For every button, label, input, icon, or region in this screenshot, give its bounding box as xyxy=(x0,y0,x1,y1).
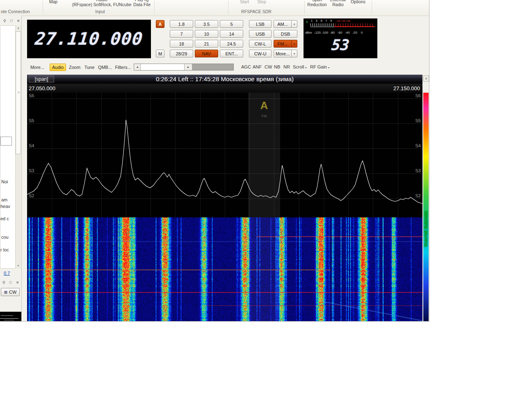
maximize-icon[interactable]: □ xyxy=(10,19,12,23)
ribbon-separator xyxy=(43,1,43,14)
side-panel-text: am xyxy=(1,197,15,202)
toolbar-zoom-button[interactable]: Zoom xyxy=(67,64,82,71)
mode-more-button[interactable]: More... ▾ xyxy=(274,50,297,57)
ribbon-span-reduction-button[interactable]: Span Reduction xyxy=(306,0,328,7)
band-24-5-button[interactable]: 24.5 xyxy=(220,40,243,48)
grip-icon: ≡ xyxy=(16,91,21,94)
mode-cw-l-button[interactable]: CW-L xyxy=(249,40,272,48)
maximize-icon[interactable]: □ xyxy=(9,281,11,285)
ribbon-separator xyxy=(304,1,305,14)
pin-icon[interactable]: ⚲ xyxy=(3,19,6,23)
side-panel-link[interactable]: 0.7 xyxy=(4,271,15,276)
mode-am-button[interactable]: AM... ▾ xyxy=(274,20,297,28)
toolbar-agc-button[interactable]: AGC xyxy=(241,64,251,69)
mini-waterfall-line xyxy=(0,318,18,319)
ribbon-stop-button[interactable]: Stop xyxy=(254,0,269,4)
s-meter-ticks-white xyxy=(310,23,333,26)
toolbar-tune-button[interactable]: Tune xyxy=(83,64,96,71)
band-5-button[interactable]: 5 xyxy=(220,20,243,28)
spectrum-header: [span] 0:26:24 Left :: 17:45:28 Московск… xyxy=(27,75,422,84)
spectrum-plot[interactable]: A FM S6 S5 S4 S3 S2 S6 S5 S4 S3 S2 xyxy=(27,93,422,217)
frequency-scale[interactable]: 27.050.000 27.150.000 xyxy=(27,84,422,93)
side-panel-text: ed c xyxy=(0,216,15,221)
s-label-right: S3 xyxy=(415,168,421,173)
mode-fm-button[interactable]: FM... ▾ xyxy=(274,40,297,48)
tuned-channel-overlay-waterfall xyxy=(248,217,280,321)
scrollbar-thumb[interactable]: ► xyxy=(184,64,192,70)
dropdown-arrow-icon[interactable]: ▾ xyxy=(291,50,297,57)
ribbon-group-remote-connection: ote Connection xyxy=(1,9,42,14)
waterfall-canvas[interactable] xyxy=(27,217,422,321)
band-ent-button[interactable]: ENT... xyxy=(220,50,243,57)
mode-usb-button[interactable]: USB xyxy=(249,30,272,38)
toolbar-more-button[interactable]: More... xyxy=(27,64,48,71)
vfo-a-button[interactable]: A xyxy=(156,20,164,28)
band-21-button[interactable]: 21 xyxy=(195,40,218,48)
memory-button[interactable]: M xyxy=(156,50,164,57)
s-meter-baseline-white xyxy=(310,27,334,27)
spectrum-header-title: 0:26:24 Left :: 17:45:28 Московское врем… xyxy=(27,75,422,82)
s-label-left: S4 xyxy=(29,143,34,148)
ribbon-start-button[interactable]: Start xyxy=(237,0,252,4)
scrollbar-left-arrow[interactable]: ◄ xyxy=(134,64,141,70)
mini-waterfall-line xyxy=(1,315,13,316)
toolbar-nr-button[interactable]: NR xyxy=(283,64,290,69)
mode-cw-u-button[interactable]: CW-U xyxy=(249,50,272,57)
toolbar-scroll-button[interactable]: Scroll ▾ xyxy=(293,64,307,69)
freq-scale-left: 27.050.000 xyxy=(29,85,55,91)
dropdown-arrow-icon: ▾ xyxy=(328,66,329,69)
s-label-left: S6 xyxy=(29,93,34,98)
side-panel-body: Noi am heav ed c cou r loc 0.7 xyxy=(0,25,16,269)
band-nav-button[interactable]: NAV xyxy=(195,50,218,57)
side-panel-field[interactable] xyxy=(0,137,12,146)
ribbon-external-radio-button[interactable]: External Radio xyxy=(328,0,348,7)
band-7-button[interactable]: 7 xyxy=(170,30,193,38)
toolbar-filters-button[interactable]: Filters... xyxy=(114,64,132,71)
mode-dsb-button[interactable]: DSB xyxy=(274,30,297,38)
band-18-button[interactable]: 18 xyxy=(170,40,193,48)
scrollbar-track-right[interactable] xyxy=(192,64,233,70)
scrollbar-thumb-vertical[interactable]: ≡ xyxy=(16,31,21,154)
band-28-29-button[interactable]: 28/29 xyxy=(170,50,193,57)
toolbar-nb-button[interactable]: NB xyxy=(274,64,280,69)
s-label-right: S5 xyxy=(415,118,421,123)
ribbon-group-rfspace-sdr: RFSPACE SDR xyxy=(221,9,291,14)
close-icon[interactable]: ✕ xyxy=(17,19,20,23)
s-meter-dbm-scale: -120 -100 -80 -60 -40 -20 0 xyxy=(314,31,363,34)
ribbon-map-button[interactable]: Map xyxy=(45,0,62,4)
toolbar-rf-gain-button[interactable]: RF Gain ▾ xyxy=(310,64,329,69)
dropdown-arrow-icon[interactable]: ▾ xyxy=(291,21,297,27)
waterfall-area[interactable] xyxy=(27,217,422,321)
band-1-8-button[interactable]: 1.8 xyxy=(170,20,193,28)
collapse-panel-button[interactable]: ∨ xyxy=(423,75,429,82)
ribbon-options-button[interactable]: Options xyxy=(349,0,368,4)
mode-lsb-button[interactable]: LSB xyxy=(249,20,272,28)
s-label-right: S4 xyxy=(415,143,421,148)
cw-panel-button[interactable]: ▦ CW xyxy=(1,288,20,296)
ribbon-separator xyxy=(154,1,155,14)
mini-waterfall xyxy=(0,312,21,321)
side-panel-scrollbar[interactable]: ▲ ≡ ▼ xyxy=(16,25,21,269)
band-10-button[interactable]: 10 xyxy=(195,30,218,38)
toolbar-cw-button[interactable]: CW xyxy=(265,64,272,69)
s-label-left: S5 xyxy=(29,118,34,123)
toolbar-audio-button[interactable]: Audio xyxy=(50,64,66,71)
dropdown-arrow-icon[interactable]: ▾ xyxy=(291,40,297,47)
toolbar-qmb-button[interactable]: QMB... xyxy=(97,64,113,71)
s-label-right: S2 xyxy=(415,193,421,198)
spectrum-trace-svg xyxy=(27,93,422,217)
scrollbar-down-arrow[interactable]: ▼ xyxy=(16,263,21,269)
toolbar-anf-button[interactable]: ANF xyxy=(253,64,262,69)
app-window: Map Radio (RFspace) SoftRock, FUNcube Pl… xyxy=(0,0,429,322)
frequency-display[interactable]: 27.110.000 xyxy=(27,20,151,58)
band-14-button[interactable]: 14 xyxy=(220,30,243,38)
ribbon: Map Radio (RFspace) SoftRock, FUNcube Pl… xyxy=(0,0,429,16)
pin-icon[interactable]: ⚲ xyxy=(2,281,5,285)
band-3-5-button[interactable]: 3.5 xyxy=(195,20,218,28)
tuning-scrollbar[interactable]: ◄ ► xyxy=(134,64,234,71)
close-icon[interactable]: ✕ xyxy=(16,281,19,285)
ribbon-play-iq-button[interactable]: Play IQ Data File xyxy=(131,0,153,7)
ribbon-radio-input-button[interactable]: Radio (RFspace) SoftRock, FUNcube xyxy=(69,0,135,7)
side-panel-text: r loc xyxy=(0,247,15,252)
scrollbar-up-arrow[interactable]: ▲ xyxy=(16,25,21,31)
